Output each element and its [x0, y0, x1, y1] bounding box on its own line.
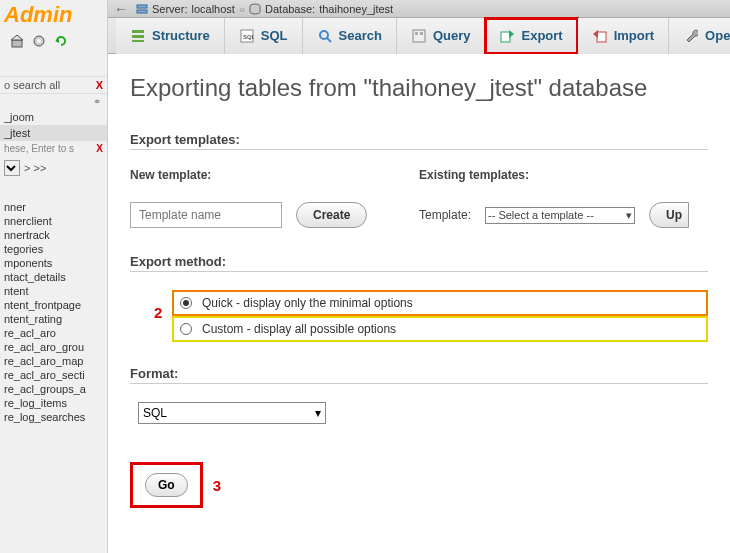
tab-label: Operat — [705, 28, 730, 43]
search-icon — [317, 28, 333, 44]
tab-import[interactable]: Import — [578, 18, 669, 54]
table-list: nner nnerclient nnertrack tegories mpone… — [0, 200, 107, 424]
table-item[interactable]: re_log_items — [0, 396, 107, 410]
chevron-down-icon: ▾ — [626, 209, 632, 222]
annotation-3: 3 — [213, 477, 221, 494]
export-icon — [499, 28, 515, 44]
breadcrumb: ← Server: localhost » Database: thaihone… — [108, 0, 730, 18]
svg-rect-18 — [501, 32, 510, 42]
svg-marker-19 — [509, 30, 514, 38]
breadcrumb-sep: » — [239, 3, 245, 15]
table-item[interactable]: re_log_searches — [0, 410, 107, 424]
link-icon: ⚭ — [0, 94, 107, 109]
table-item[interactable]: re_acl_aro — [0, 326, 107, 340]
table-item[interactable]: ntact_details — [0, 270, 107, 284]
query-icon — [411, 28, 427, 44]
svg-marker-1 — [11, 35, 23, 40]
structure-icon — [130, 28, 146, 44]
clear-icon[interactable]: X — [96, 143, 103, 154]
tab-export[interactable]: Export — [485, 18, 577, 54]
page-title: Exporting tables from "thaihoney_jtest" … — [130, 74, 708, 102]
table-item[interactable]: tegories — [0, 242, 107, 256]
import-icon — [592, 28, 608, 44]
radio-custom[interactable]: Custom - display all possible options — [172, 316, 708, 342]
db-search-hint: hese, Enter to s — [4, 143, 74, 154]
gear-icon[interactable] — [30, 32, 48, 50]
home-icon[interactable] — [8, 32, 26, 50]
update-button[interactable]: Up — [649, 202, 689, 228]
tab-label: Query — [433, 28, 471, 43]
table-item[interactable]: nnertrack — [0, 228, 107, 242]
table-item[interactable]: nner — [0, 200, 107, 214]
svg-rect-8 — [132, 30, 144, 33]
tabs: Structure SQL SQL Search Query Export Im… — [108, 18, 730, 54]
db-label: Database: — [265, 3, 315, 15]
go-button[interactable]: Go — [145, 473, 188, 497]
sql-icon: SQL — [239, 28, 255, 44]
sidebar-pager: > >> — [0, 156, 107, 180]
svg-rect-17 — [420, 32, 423, 35]
tab-query[interactable]: Query — [397, 18, 486, 54]
svg-rect-20 — [597, 32, 606, 42]
radio-dot-icon — [180, 297, 192, 309]
sidebar-db-search[interactable]: hese, Enter to s X — [0, 141, 107, 156]
existing-templates-label: Existing templates: — [419, 168, 708, 182]
table-item[interactable]: ntent — [0, 284, 107, 298]
table-item[interactable]: ntent_rating — [0, 312, 107, 326]
new-template-label: New template: — [130, 168, 419, 182]
radio-custom-label: Custom - display all possible options — [202, 322, 396, 336]
svg-rect-16 — [415, 32, 418, 35]
svg-rect-9 — [132, 35, 144, 38]
db-value[interactable]: thaihoney_jtest — [319, 3, 393, 15]
tab-label: Import — [614, 28, 654, 43]
svg-rect-5 — [137, 5, 147, 8]
export-templates-title: Export templates: — [130, 132, 708, 150]
sidebar: Admin o search all X ⚭ _joom _jtest hese… — [0, 0, 108, 553]
back-icon[interactable]: ← — [114, 1, 128, 17]
template-select[interactable]: -- Select a template -- ▾ — [485, 207, 635, 224]
svg-rect-15 — [413, 30, 425, 42]
db-item[interactable]: _joom — [0, 109, 107, 125]
table-item[interactable]: nnerclient — [0, 214, 107, 228]
go-highlight-box: Go — [130, 462, 203, 508]
sidebar-search-all[interactable]: o search all X — [0, 76, 107, 94]
database-icon — [249, 3, 261, 15]
format-title: Format: — [130, 366, 708, 384]
svg-rect-10 — [132, 40, 144, 42]
content: Exporting tables from "thaihoney_jtest" … — [108, 54, 730, 553]
tab-structure[interactable]: Structure — [116, 18, 225, 54]
db-item-selected[interactable]: _jtest — [0, 125, 107, 141]
table-item[interactable]: mponents — [0, 256, 107, 270]
pager-more[interactable]: > >> — [24, 162, 46, 174]
tab-operations[interactable]: Operat — [669, 18, 730, 54]
clear-icon[interactable]: X — [96, 79, 103, 91]
chevron-down-icon: ▾ — [315, 406, 321, 420]
table-item[interactable]: re_acl_groups_a — [0, 382, 107, 396]
annotation-2: 2 — [154, 304, 162, 321]
table-item[interactable]: re_acl_aro_secti — [0, 368, 107, 382]
table-item[interactable]: re_acl_aro_map — [0, 354, 107, 368]
export-method-title: Export method: — [130, 254, 708, 272]
svg-rect-6 — [137, 10, 147, 13]
tab-search[interactable]: Search — [303, 18, 397, 54]
svg-line-14 — [327, 38, 331, 42]
tab-label: Structure — [152, 28, 210, 43]
tab-sql[interactable]: SQL SQL — [225, 18, 303, 54]
template-name-input[interactable] — [130, 202, 282, 228]
table-item[interactable]: re_acl_aro_grou — [0, 340, 107, 354]
svg-rect-0 — [12, 40, 22, 47]
page-select[interactable] — [4, 160, 20, 176]
radio-dot-icon — [180, 323, 192, 335]
table-item[interactable]: ntent_frontpage — [0, 298, 107, 312]
tab-label: Export — [521, 28, 562, 43]
tab-label: Search — [339, 28, 382, 43]
server-value[interactable]: localhost — [191, 3, 234, 15]
radio-quick[interactable]: Quick - display only the minimal options — [172, 290, 708, 316]
create-button[interactable]: Create — [296, 202, 367, 228]
tab-label: SQL — [261, 28, 288, 43]
svg-text:SQL: SQL — [243, 34, 254, 40]
main: ← Server: localhost » Database: thaihone… — [108, 0, 730, 553]
format-select[interactable]: SQL ▾ — [138, 402, 326, 424]
search-all-label: o search all — [4, 79, 60, 91]
reload-icon[interactable] — [52, 32, 70, 50]
